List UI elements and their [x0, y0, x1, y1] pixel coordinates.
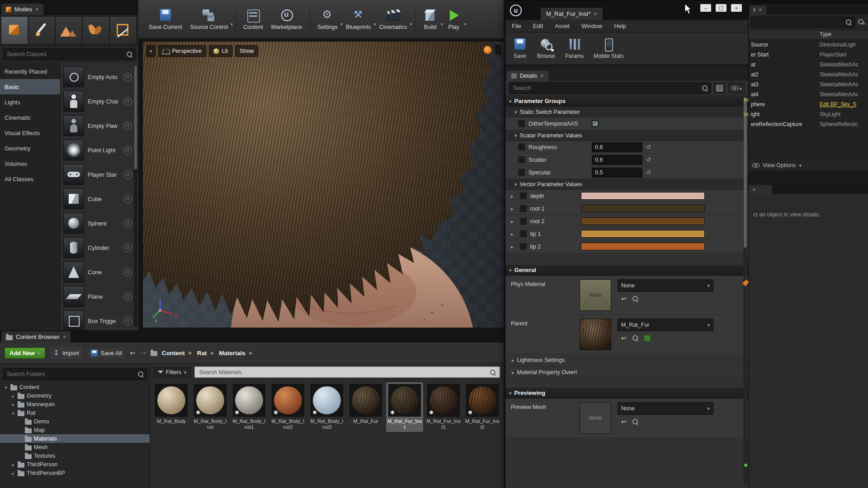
browse-to-asset-icon[interactable]	[632, 296, 638, 302]
add-new-button[interactable]: Add New	[5, 347, 45, 359]
actor-thumbnail-icon[interactable]	[63, 164, 84, 185]
column-view-button[interactable]	[714, 83, 726, 94]
placement-category[interactable]: Recently Placed	[0, 64, 60, 79]
outliner-row[interactable]: at2 SkeletalMeshAc	[749, 70, 868, 80]
browse-to-asset-icon[interactable]	[632, 418, 638, 425]
drag-grip-icon[interactable]	[123, 317, 132, 325]
actor-thumbnail-icon[interactable]	[63, 115, 84, 136]
asset-tile[interactable]: M_Rat_Body_Inst1	[231, 382, 268, 432]
placement-category[interactable]: Geometry	[0, 141, 60, 156]
actor-thumbnail-icon[interactable]	[63, 188, 84, 209]
placement-category[interactable]: All Classes	[0, 171, 60, 187]
folder-tree-item[interactable]: Demo	[0, 417, 150, 426]
chevron-down-icon[interactable]: ▾	[464, 22, 466, 27]
asset-thumbnail[interactable]	[427, 384, 460, 417]
back-arrow-icon[interactable]	[130, 349, 136, 357]
override-checkbox[interactable]	[518, 169, 525, 176]
use-selected-asset-icon[interactable]	[621, 334, 627, 342]
asset-thumbnail[interactable]	[272, 384, 304, 417]
switch-value-checkbox[interactable]	[592, 120, 599, 127]
search-assets-input[interactable]	[198, 369, 490, 376]
asset-thumbnail[interactable]	[349, 384, 382, 417]
expand-arrow-icon[interactable]	[511, 192, 516, 199]
preview-mesh-dropdown[interactable]: None	[618, 402, 713, 415]
actor-type[interactable]: SkyLight	[820, 111, 840, 117]
placement-category[interactable]: Visual Effects	[0, 125, 60, 141]
close-icon[interactable]	[594, 10, 597, 17]
material-toolbar-button[interactable]: Params	[561, 36, 587, 61]
drag-grip-icon[interactable]	[123, 219, 132, 228]
maximize-button[interactable]	[716, 4, 726, 12]
search-assets-box[interactable]	[194, 366, 500, 378]
actor-list-scrollbar[interactable]	[134, 65, 137, 327]
asset-thumbnail[interactable]	[194, 384, 226, 417]
actor-type[interactable]: SkeletalMeshAc	[820, 81, 859, 88]
chevron-down-icon[interactable]: ▾	[231, 22, 233, 27]
folder-tree-item[interactable]: Map	[0, 426, 150, 434]
outliner-search-input[interactable]	[755, 19, 845, 26]
material-toolbar-button[interactable]: Browse	[533, 36, 559, 61]
placement-mode-button[interactable]	[1, 16, 28, 44]
breadcrumb-item[interactable]: Content	[162, 350, 196, 357]
breadcrumb-item[interactable]: Rat	[197, 350, 218, 357]
folder-tree-item[interactable]: Textures	[0, 451, 150, 460]
search-folders-box[interactable]	[3, 368, 147, 380]
asset-thumbnail[interactable]	[311, 384, 343, 417]
static-switch-header[interactable]: Static Switch Parameter	[505, 107, 748, 117]
folder-tree-item[interactable]: ThirdPerson	[0, 460, 150, 469]
search-options-icon[interactable]	[857, 18, 865, 26]
tab-level-details[interactable]	[749, 185, 772, 194]
parent-material-thumbnail[interactable]	[580, 319, 611, 350]
color-swatch[interactable]	[581, 230, 705, 238]
actor-type[interactable]: SkeletalMeshAc	[820, 91, 859, 98]
outliner-row[interactable]: phere Edit BP_Sky_S	[749, 99, 868, 109]
save-all-button[interactable]: Save All	[87, 348, 126, 358]
scalar-values-header[interactable]: Scalar Parameter Values	[505, 130, 748, 141]
toolbar-button[interactable]: Blueprints ▾	[342, 6, 375, 32]
viewport-options-button[interactable]	[146, 45, 156, 57]
folder-tree-item[interactable]: Materials	[0, 434, 150, 443]
actor-type[interactable]: Edit BP_Sky_S	[820, 101, 856, 108]
placeable-actor-row[interactable]: Player Star	[63, 162, 132, 187]
visibility-filter-button[interactable]	[728, 83, 745, 94]
general-header[interactable]: General	[505, 265, 748, 276]
drag-grip-icon[interactable]	[123, 73, 132, 81]
drag-grip-icon[interactable]	[123, 268, 132, 277]
menu-item[interactable]: Edit	[533, 23, 543, 29]
color-swatch[interactable]	[581, 217, 705, 225]
window-titlebar[interactable]: u M_Rat_Fur_Inst*	[505, 0, 748, 20]
override-checkbox[interactable]	[518, 144, 525, 150]
override-checkbox[interactable]	[520, 192, 527, 199]
outliner-column-header[interactable]: Type	[749, 30, 868, 40]
placeable-actor-row[interactable]: Box Trigge	[63, 309, 132, 333]
actor-thumbnail-icon[interactable]	[63, 91, 84, 112]
details-scrollbar[interactable]	[743, 97, 747, 485]
lightmass-settings-row[interactable]: Lightmass Settings	[505, 354, 748, 366]
color-swatch[interactable]	[581, 192, 705, 200]
tree-expand-arrow[interactable]	[11, 470, 15, 476]
outliner-row[interactable]: at3 SkeletalMeshAc	[749, 80, 868, 89]
outliner-row[interactable]: at SkeletalMeshAc	[749, 60, 868, 70]
asset-tile[interactable]: M_Rat_Body_Inst	[192, 382, 229, 432]
breadcrumb-item[interactable]: Materials	[219, 350, 256, 357]
scrollbar-thumb[interactable]	[744, 99, 747, 248]
reset-to-default-icon[interactable]	[646, 169, 651, 176]
actor-thumbnail-icon[interactable]	[63, 237, 84, 258]
preview-mesh-thumbnail[interactable]: None	[580, 402, 611, 434]
phys-material-dropdown[interactable]: None	[618, 279, 713, 292]
actor-type[interactable]: SphereReflectic	[820, 121, 858, 127]
actor-type[interactable]: SkeletalMeshAc	[820, 71, 859, 78]
folder-tree-item[interactable]: Mannequin	[0, 400, 150, 408]
folder-tree-item[interactable]: Content	[0, 383, 150, 391]
expand-arrow-icon[interactable]	[511, 218, 516, 225]
use-selected-asset-icon[interactable]	[621, 295, 627, 302]
toolbar-button[interactable]: Build ▾	[415, 6, 442, 32]
asset-thumbnail[interactable]	[466, 384, 499, 417]
actor-thumbnail-icon[interactable]	[63, 66, 84, 87]
toolbar-button[interactable]: Cinematics ▾	[375, 6, 411, 32]
actor-type[interactable]: PlayerStart	[820, 52, 846, 58]
asset-tile[interactable]: M_Rat_Fur_Inst	[386, 382, 423, 432]
tree-expand-arrow[interactable]	[11, 461, 15, 468]
filters-button[interactable]: Filters	[154, 367, 191, 377]
tree-expand-arrow[interactable]	[4, 384, 8, 390]
